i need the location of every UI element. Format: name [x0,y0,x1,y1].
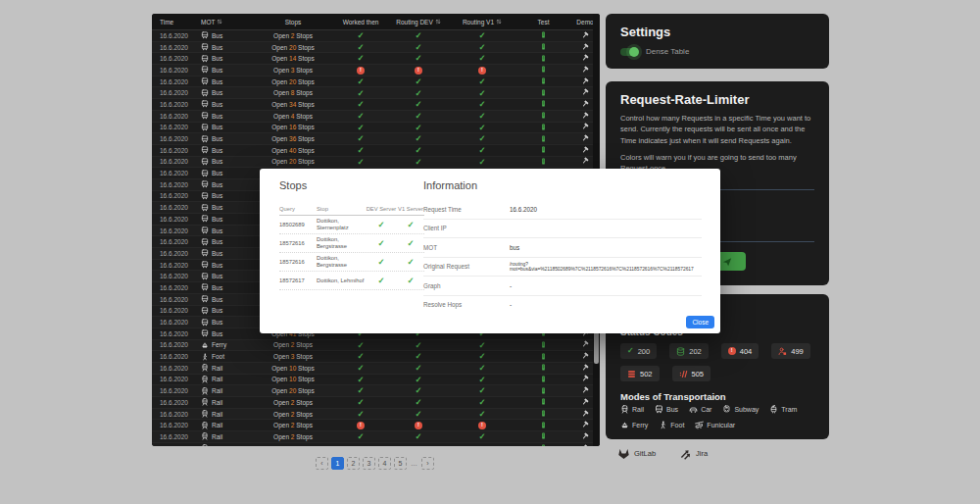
cell-stops[interactable]: Open 3 Stops [254,67,332,74]
cell-test[interactable] [516,43,570,51]
table-row[interactable]: 16.6.2020BusOpen 3 Stops!!! [152,65,600,76]
cell-stops[interactable]: Open 4 Stops [254,113,332,120]
mode-item-car[interactable]: Car [689,405,711,414]
status-chip-499[interactable]: 499 [771,343,810,359]
column-header-routing-v1[interactable]: Routing V1 [448,19,516,25]
table-row[interactable]: 16.6.2020RailOpen 2 Stops!!! [152,420,600,431]
cell-test[interactable] [516,112,570,120]
footer-link-gitlab[interactable]: GitLab [617,447,656,460]
mode-item-foot[interactable]: Foot [659,421,684,429]
page-button-2[interactable]: 2 [347,457,360,470]
cell-test[interactable] [516,89,570,97]
cell-test[interactable] [516,77,570,85]
cell-stops[interactable]: Open 2 Stops [254,411,332,418]
table-row[interactable]: 16.6.2020BusOpen 16 Stops✓✓✓ [152,123,600,134]
table-row[interactable]: 16.6.2020RailOpen 10 Stops✓✓✓ [152,363,600,375]
cell-stops[interactable]: Open 2 Stops [254,399,332,406]
table-row[interactable]: 16.6.2020BusOpen 34 Stops✓✓✓ [152,99,600,111]
cell-test[interactable] [516,135,570,143]
cell-stops[interactable]: Open 20 Stops [254,78,332,85]
footer-link-jira[interactable]: Jira [679,447,708,460]
check-icon: ✓ [357,397,364,407]
cell-test[interactable] [516,55,570,63]
table-row[interactable]: 16.6.2020BusOpen 4 Stops✓✓✓ [152,111,600,123]
column-header-time[interactable]: Time [152,19,201,25]
cell-stops[interactable]: Open 40 Stops [254,147,332,154]
status-chip-502[interactable]: 502 [620,366,660,381]
cell-test[interactable] [516,398,570,406]
status-chip-202[interactable]: 202 [669,343,709,359]
cell-stops[interactable]: Open 20 Stops [254,44,332,51]
cell-test[interactable] [516,158,570,166]
close-button[interactable]: Close [686,316,714,328]
cell-test[interactable] [516,422,570,429]
cell-test[interactable] [516,364,570,372]
cell-test[interactable] [516,376,570,383]
sort-icon [435,19,441,25]
cell-test[interactable] [516,100,570,108]
cell-stops[interactable]: Open 14 Stops [254,55,332,62]
cell-test[interactable] [516,66,570,74]
status-chip-200[interactable]: ✓200 [620,343,657,359]
table-row[interactable]: 16.6.2020BusOpen 14 Stops✓✓✓ [152,53,600,65]
demo-hammer-icon [581,444,589,446]
mode-item-rail[interactable]: Rail [620,405,644,414]
mode-item-tram[interactable]: Tram [769,405,797,414]
column-header-routing-dev[interactable]: Routing DEV [389,19,448,25]
table-row[interactable]: 16.6.2020BusOpen 40 Stops✓✓✓ [152,145,600,157]
table-row[interactable]: 16.6.2020RailOpen 2 Stops✓✓✓ [152,409,600,421]
column-header-worked-then[interactable]: Worked then [332,19,389,25]
cell-stops[interactable]: Open 20 Stops [254,387,332,394]
column-header-stops[interactable]: Stops [254,19,332,25]
table-row[interactable]: 16.6.2020Rail [152,443,600,446]
page-button-4[interactable]: 4 [378,457,391,470]
table-row[interactable]: 16.6.2020RailOpen 2 Stops✓✓✓ [152,431,600,443]
mode-item-ferry[interactable]: Ferry [620,421,648,429]
mode-item-bus[interactable]: Bus [655,405,678,414]
status-chip-404[interactable]: !404 [721,343,760,359]
cell-test[interactable] [516,444,570,446]
table-row[interactable]: 16.6.2020BusOpen 20 Stops✓✓✓ [152,157,600,169]
cell-test[interactable] [516,31,570,39]
cell-stops[interactable]: Open 36 Stops [254,135,332,142]
cell-test[interactable] [516,410,570,418]
cell-stops[interactable]: Open 2 Stops [254,341,332,348]
page-button-3[interactable]: 3 [363,457,375,470]
table-row[interactable]: 16.6.2020BusOpen 8 Stops✓✓✓ [152,87,600,99]
table-row[interactable]: 16.6.2020FootOpen 3 Stops✓✓✓ [152,351,600,363]
page-button-5[interactable]: 5 [394,457,407,470]
cell-stops[interactable]: Open 16 Stops [254,124,332,130]
cell-stops[interactable]: Open 2 Stops [254,32,332,39]
mode-item-subway[interactable]: Subway [722,405,759,414]
column-header-mot[interactable]: MOT [201,19,254,25]
status-chip-505[interactable]: 505 [672,366,711,381]
cell-test[interactable] [516,432,570,440]
table-row[interactable]: 16.6.2020RailOpen 10 Stops✓✓✓ [152,375,600,386]
cell-test[interactable] [516,341,570,349]
column-header-test[interactable]: Test [516,19,570,25]
prev-button[interactable]: ‹ [316,457,328,470]
table-row[interactable]: 16.6.2020RailOpen 20 Stops✓✓✓ [152,385,600,397]
table-row[interactable]: 16.6.2020BusOpen 36 Stops✓✓✓ [152,133,600,145]
table-row[interactable]: 16.6.2020BusOpen 20 Stops✓✓✓ [152,76,600,88]
table-row[interactable]: 16.6.2020RailOpen 2 Stops✓✓✓ [152,397,600,409]
next-button[interactable]: › [421,457,434,470]
cell-stops[interactable]: Open 34 Stops [254,101,332,108]
cell-stops[interactable]: Open 3 Stops [254,353,332,360]
cell-stops[interactable]: Open 8 Stops [254,89,332,96]
cell-stops[interactable]: Open 2 Stops [254,433,332,440]
cell-test[interactable] [516,387,570,395]
cell-test[interactable] [516,124,570,131]
cell-stops[interactable]: Open 10 Stops [254,376,332,382]
cell-stops[interactable]: Open 20 Stops [254,158,332,165]
cell-stops[interactable]: Open 2 Stops [254,422,332,428]
table-row[interactable]: 16.6.2020BusOpen 2 Stops✓✓✓ [152,30,600,42]
table-row[interactable]: 16.6.2020FerryOpen 2 Stops✓✓✓ [152,340,600,352]
mode-item-funicular[interactable]: Funicular [695,421,735,429]
table-row[interactable]: 16.6.2020BusOpen 20 Stops✓✓✓ [152,42,600,54]
page-button-1[interactable]: 1 [331,457,344,470]
cell-test[interactable] [516,353,570,361]
dense-table-toggle[interactable] [620,48,638,56]
cell-stops[interactable]: Open 10 Stops [254,365,332,372]
cell-test[interactable] [516,146,570,154]
